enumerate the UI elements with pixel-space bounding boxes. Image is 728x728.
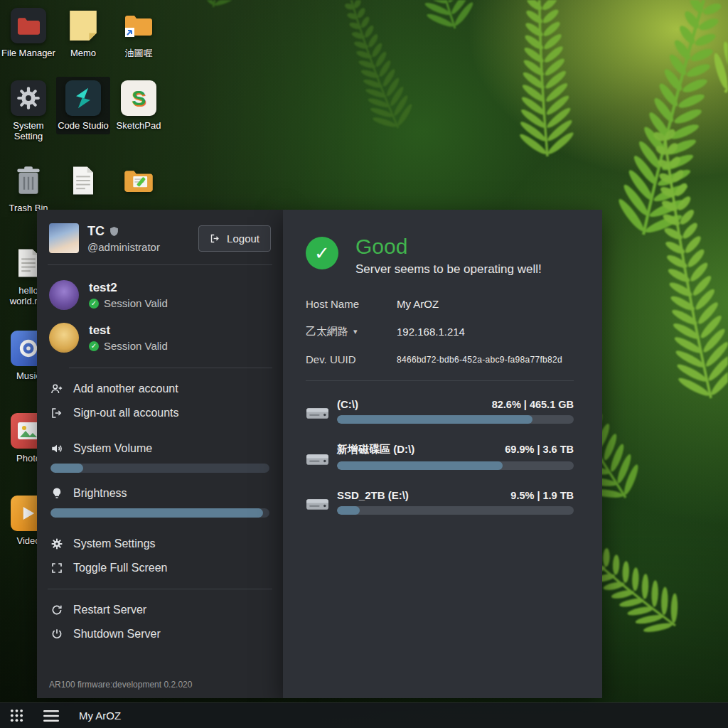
account-avatar bbox=[49, 280, 79, 310]
desktop-icon-folder-notes[interactable] bbox=[112, 159, 166, 206]
session-valid-check-icon: ✓ bbox=[89, 299, 99, 309]
desktop-icon-code-studio[interactable]: Code Studio bbox=[56, 77, 110, 134]
gear-icon bbox=[10, 80, 47, 117]
server-status-title: Good bbox=[355, 234, 542, 259]
disk-row-d: 新增磁碟區 (D:\) 69.9% | 3.6 TB bbox=[306, 443, 574, 470]
disk-name: SSD_2TB (E:\) bbox=[337, 489, 409, 501]
hard-drive-icon bbox=[306, 451, 329, 469]
toggle-fullscreen-item[interactable]: Toggle Full Screen bbox=[48, 556, 272, 580]
power-icon bbox=[50, 628, 63, 641]
add-account-label: Add another account bbox=[73, 382, 178, 395]
signout-all-label: Sign-out all accounts bbox=[73, 407, 179, 419]
menu-button[interactable] bbox=[43, 710, 59, 722]
system-volume-label: System Volume bbox=[73, 442, 152, 455]
chevron-down-icon: ▾ bbox=[353, 327, 358, 336]
shutdown-server-item[interactable]: Shutdown Server bbox=[48, 622, 272, 646]
disk-usage-fill bbox=[337, 415, 532, 424]
firmware-version: AR100 firmware:development 0.2.020 bbox=[48, 674, 272, 691]
account-row-test[interactable]: test ✓Session Valid bbox=[48, 316, 272, 359]
gear-icon bbox=[50, 537, 63, 550]
brightness-slider[interactable] bbox=[50, 508, 269, 518]
hostname-value: My ArOZ bbox=[397, 298, 439, 310]
disk-usage: 9.5% | 1.9 TB bbox=[510, 490, 574, 501]
account-avatar bbox=[49, 323, 79, 353]
brightness-label: Brightness bbox=[73, 487, 127, 500]
disk-usage-fill bbox=[337, 506, 360, 515]
user-handle: @administrator bbox=[87, 241, 160, 253]
desktop-icon-system-setting[interactable]: System Setting bbox=[1, 77, 55, 145]
volume-slider[interactable] bbox=[50, 464, 269, 473]
user-menu-panel: TC @administrator Logout test2 ✓Session … bbox=[37, 210, 283, 698]
toggle-fullscreen-label: Toggle Full Screen bbox=[73, 562, 168, 574]
app-launcher-button[interactable] bbox=[10, 709, 23, 722]
network-interface-select[interactable]: 乙太網路 ▾ bbox=[306, 325, 397, 338]
logout-button[interactable]: Logout bbox=[198, 225, 271, 252]
shortcut-folder-icon bbox=[120, 7, 157, 44]
hostname-label: Host Name bbox=[306, 298, 397, 310]
disk-row-e: SSD_2TB (E:\) 9.5% | 1.9 TB bbox=[306, 489, 574, 515]
desktop-icon-file-manager[interactable]: File Manager bbox=[1, 4, 55, 62]
brightness-slider-fill bbox=[50, 508, 263, 518]
desktop-icon-memo[interactable]: Memo bbox=[56, 4, 110, 62]
network-interface-label: 乙太網路 bbox=[306, 325, 348, 338]
uuid-label: Dev. UUID bbox=[306, 353, 397, 365]
system-settings-label: System Settings bbox=[73, 537, 156, 550]
system-settings-item[interactable]: System Settings bbox=[48, 532, 272, 556]
hard-drive-icon bbox=[306, 405, 329, 423]
fullscreen-icon bbox=[50, 562, 63, 574]
disk-usage-fill bbox=[337, 461, 503, 470]
speaker-icon bbox=[50, 442, 63, 455]
memo-icon bbox=[65, 7, 102, 44]
desktop-icon-document[interactable] bbox=[56, 159, 110, 206]
session-status: Session Valid bbox=[104, 297, 168, 309]
add-account-item[interactable]: Add another account bbox=[48, 377, 272, 401]
disk-usage: 82.6% | 465.1 GB bbox=[492, 399, 574, 410]
desktop-icon-label: System Setting bbox=[1, 121, 55, 142]
person-plus-icon bbox=[50, 382, 63, 395]
server-status-message: Server seems to be operating well! bbox=[355, 262, 542, 277]
disk-usage: 69.9% | 3.6 TB bbox=[505, 444, 574, 455]
desktop-icon-label: 油圖喔 bbox=[125, 48, 153, 59]
restart-server-item[interactable]: Restart Server bbox=[48, 598, 272, 622]
disk-usage-bar bbox=[337, 461, 574, 470]
session-valid-check-icon: ✓ bbox=[89, 341, 99, 351]
server-status-panel: ✓ Good Server seems to be operating well… bbox=[283, 210, 602, 698]
network-row: 乙太網路 ▾ 192.168.1.214 bbox=[306, 325, 574, 338]
hamburger-icon bbox=[43, 710, 59, 722]
desktop-icon-sketchpad[interactable]: S SketchPad bbox=[112, 77, 166, 134]
disk-name: 新增磁碟區 (D:\) bbox=[337, 443, 414, 456]
signout-all-item[interactable]: Sign-out all accounts bbox=[48, 401, 272, 425]
sign-out-icon bbox=[50, 407, 63, 419]
disk-usage-bar bbox=[337, 415, 574, 424]
user-display-name: TC bbox=[87, 224, 105, 239]
account-row-test2[interactable]: test2 ✓Session Valid bbox=[48, 274, 272, 316]
account-name: test bbox=[89, 323, 168, 338]
taskbar-title: My ArOZ bbox=[79, 710, 121, 722]
folder-notes-icon bbox=[120, 162, 157, 199]
desktop-icon-label: Memo bbox=[70, 48, 96, 59]
desktop-icon-label: File Manager bbox=[1, 48, 55, 59]
divider bbox=[69, 368, 272, 368]
hard-drive-icon bbox=[306, 496, 329, 514]
desktop-icon-trash-bin[interactable]: Trash Bin bbox=[1, 159, 55, 217]
uuid-row: Dev. UUID 8466bd72-bdb6-452a-abc9-fa98a7… bbox=[306, 353, 574, 365]
file-manager-icon bbox=[10, 7, 47, 44]
code-studio-icon bbox=[65, 80, 102, 117]
desktop-icon-label: SketchPad bbox=[117, 121, 161, 132]
taskbar: My ArOZ bbox=[0, 702, 728, 728]
session-status: Session Valid bbox=[104, 340, 168, 352]
user-avatar[interactable] bbox=[49, 223, 79, 253]
logout-icon bbox=[210, 233, 220, 244]
restart-icon bbox=[50, 604, 63, 616]
divider bbox=[48, 264, 272, 265]
uuid-value: 8466bd72-bdb6-452a-abc9-fa98a77fb82d bbox=[397, 355, 562, 365]
ip-address-value: 192.168.1.214 bbox=[397, 326, 465, 338]
desktop-icon-label: Code Studio bbox=[58, 121, 109, 132]
account-name: test2 bbox=[89, 281, 168, 295]
apps-grid-icon bbox=[10, 709, 23, 722]
sketchpad-icon: S bbox=[120, 80, 157, 117]
disk-usage-bar bbox=[337, 506, 574, 515]
document-icon bbox=[65, 162, 102, 199]
restart-server-label: Restart Server bbox=[73, 604, 146, 616]
desktop-icon-shortcut-folder[interactable]: 油圖喔 bbox=[112, 4, 166, 62]
